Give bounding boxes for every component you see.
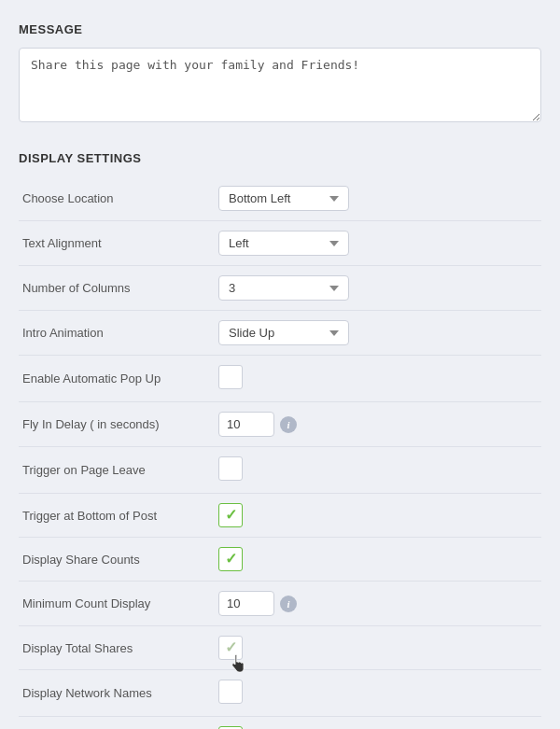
setting-label-display-total-shares: Display Total Shares xyxy=(19,626,215,670)
number-input-minimum-count-display[interactable] xyxy=(218,591,274,616)
info-icon-minimum-count-display[interactable]: i xyxy=(280,596,297,612)
select-intro-animation[interactable]: Slide UpSlide DownFade InNone xyxy=(218,320,349,345)
settings-row-add-icon-spacing: Add Icon Spacing✓ xyxy=(19,717,541,730)
setting-label-choose-location: Choose Location xyxy=(19,176,215,221)
setting-label-intro-animation: Intro Animation xyxy=(19,311,215,356)
message-section: MESSAGE Share this page with your family… xyxy=(19,22,541,125)
setting-label-fly-in-delay: Fly In Delay ( in seconds) xyxy=(19,402,215,447)
message-section-title: MESSAGE xyxy=(19,22,541,36)
select-choose-location[interactable]: Bottom LeftBottom RightTop LeftTop Right xyxy=(218,186,349,211)
settings-row-display-share-counts: Display Share Counts✓ xyxy=(19,538,541,582)
setting-label-add-icon-spacing: Add Icon Spacing xyxy=(19,717,215,730)
settings-row-intro-animation: Intro AnimationSlide UpSlide DownFade In… xyxy=(19,311,541,356)
setting-control-display-network-names xyxy=(215,670,541,717)
setting-control-intro-animation[interactable]: Slide UpSlide DownFade InNone xyxy=(215,311,541,356)
settings-row-trigger-on-page-leave: Trigger on Page Leave xyxy=(19,447,541,494)
setting-control-trigger-on-page-leave xyxy=(215,447,541,494)
number-input-fly-in-delay[interactable] xyxy=(218,412,274,437)
select-text-alignment[interactable]: LeftCenterRight xyxy=(218,231,349,256)
setting-control-display-share-counts: ✓ xyxy=(215,538,541,582)
number-wrap-fly-in-delay: i xyxy=(218,412,538,437)
settings-row-number-of-columns: Number of Columns123456 xyxy=(19,266,541,311)
select-number-of-columns[interactable]: 123456 xyxy=(218,275,349,301)
settings-table: Choose LocationBottom LeftBottom RightTo… xyxy=(19,176,541,729)
setting-label-trigger-on-page-leave: Trigger on Page Leave xyxy=(19,447,215,494)
setting-control-choose-location[interactable]: Bottom LeftBottom RightTop LeftTop Right xyxy=(215,176,541,221)
checkbox-faded-wrap-display-total-shares[interactable]: ✓ xyxy=(218,636,243,660)
settings-row-display-total-shares: Display Total Shares✓ xyxy=(19,626,541,670)
number-wrap-minimum-count-display: i xyxy=(218,591,538,616)
checkmark-faded-display-total-shares: ✓ xyxy=(225,640,237,655)
setting-control-minimum-count-display[interactable]: i xyxy=(215,582,541,626)
settings-row-fly-in-delay: Fly In Delay ( in seconds)i xyxy=(19,402,541,447)
message-textarea[interactable]: Share this page with your family and Fri… xyxy=(19,48,541,122)
setting-control-display-total-shares: ✓ xyxy=(215,626,541,670)
setting-control-enable-automatic-popup xyxy=(215,356,541,402)
settings-row-choose-location: Choose LocationBottom LeftBottom RightTo… xyxy=(19,176,541,221)
setting-label-minimum-count-display: Minimum Count Display xyxy=(19,582,215,626)
settings-row-text-alignment: Text AlignmentLeftCenterRight xyxy=(19,221,541,266)
settings-row-minimum-count-display: Minimum Count Displayi xyxy=(19,582,541,626)
display-settings-section: DISPLAY SETTINGS Choose LocationBottom L… xyxy=(19,151,541,729)
checkbox-trigger-at-bottom[interactable]: ✓ xyxy=(218,503,243,527)
setting-control-add-icon-spacing: ✓ xyxy=(215,717,541,730)
checkbox-display-network-names[interactable] xyxy=(218,680,243,704)
settings-row-display-network-names: Display Network Names xyxy=(19,670,541,717)
setting-control-fly-in-delay[interactable]: i xyxy=(215,402,541,447)
info-icon-fly-in-delay[interactable]: i xyxy=(280,416,297,433)
checkmark-trigger-at-bottom: ✓ xyxy=(225,508,237,523)
cursor-pointer-icon xyxy=(231,654,245,675)
setting-control-text-alignment[interactable]: LeftCenterRight xyxy=(215,221,541,266)
settings-row-enable-automatic-popup: Enable Automatic Pop Up xyxy=(19,356,541,402)
setting-label-trigger-at-bottom: Trigger at Bottom of Post xyxy=(19,494,215,538)
display-settings-title: DISPLAY SETTINGS xyxy=(19,151,541,165)
checkmark-display-share-counts: ✓ xyxy=(225,552,237,567)
checkbox-display-share-counts[interactable]: ✓ xyxy=(218,547,243,571)
checkbox-trigger-on-page-leave[interactable] xyxy=(218,456,243,481)
setting-label-number-of-columns: Number of Columns xyxy=(19,266,215,311)
checkbox-enable-automatic-popup[interactable] xyxy=(218,365,243,389)
setting-control-number-of-columns[interactable]: 123456 xyxy=(215,266,541,311)
setting-label-text-alignment: Text Alignment xyxy=(19,221,215,266)
setting-control-trigger-at-bottom: ✓ xyxy=(215,494,541,538)
setting-label-display-network-names: Display Network Names xyxy=(19,670,215,717)
setting-label-display-share-counts: Display Share Counts xyxy=(19,538,215,582)
settings-row-trigger-at-bottom: Trigger at Bottom of Post✓ xyxy=(19,494,541,538)
setting-label-enable-automatic-popup: Enable Automatic Pop Up xyxy=(19,356,215,402)
